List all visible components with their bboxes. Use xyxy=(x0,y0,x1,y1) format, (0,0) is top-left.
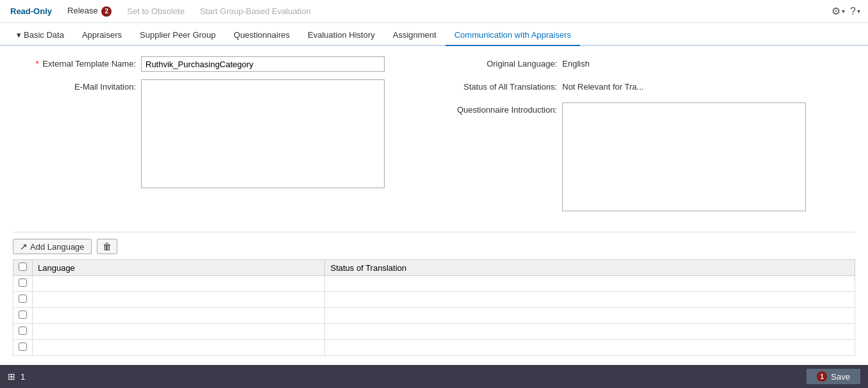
row-checkbox-0[interactable] xyxy=(19,279,27,287)
help-button[interactable]: ? ▾ xyxy=(850,6,860,17)
set-obsolete-button[interactable]: Set to Obsolete xyxy=(124,5,187,17)
status-cell-0 xyxy=(325,276,855,292)
status-cell-3 xyxy=(325,324,855,340)
language-cell-2 xyxy=(33,308,325,324)
tab-assignment-label: Assignment xyxy=(393,30,437,40)
tab-communication[interactable]: Communication with Appraisers xyxy=(446,25,580,46)
table-header-row: Language Status of Translation xyxy=(13,260,855,276)
tab-evaluation-history-label: Evaluation History xyxy=(308,30,375,40)
tab-assignment[interactable]: Assignment xyxy=(384,25,446,46)
external-template-row: * External Template Name: xyxy=(13,56,434,72)
table-row xyxy=(13,340,855,356)
settings-icon: ⚙ xyxy=(831,5,840,17)
main-content: * External Template Name: E-Mail Invitat… xyxy=(0,46,868,365)
status-cell-2 xyxy=(325,308,855,324)
save-button[interactable]: 1 Save xyxy=(806,369,860,384)
bottom-grid-icon: ⊞ xyxy=(8,371,15,382)
add-language-button[interactable]: ↗ Add Language xyxy=(13,239,92,254)
external-template-label: * External Template Name: xyxy=(13,56,141,72)
tab-basic-data[interactable]: ▾ Basic Data xyxy=(8,25,73,46)
toolbar-actions: Read-Only Release 2 Set to Obsolete Star… xyxy=(8,4,831,18)
table-row xyxy=(13,308,855,324)
original-language-row: Original Language: English xyxy=(434,56,855,72)
help-icon: ? xyxy=(850,6,856,17)
tab-basic-data-label: Basic Data xyxy=(24,30,64,40)
release-label: Release xyxy=(67,6,98,15)
required-star: * xyxy=(36,59,39,69)
original-language-label: Original Language: xyxy=(434,56,562,72)
save-label: Save xyxy=(831,372,850,382)
tab-questionnaires[interactable]: Questionnaires xyxy=(225,25,299,46)
table-row xyxy=(13,324,855,340)
release-badge: 2 xyxy=(101,6,112,17)
delete-language-button[interactable]: 🗑 xyxy=(97,239,117,254)
status-cell-1 xyxy=(325,292,855,308)
table-row xyxy=(13,292,855,308)
add-language-label: Add Language xyxy=(30,242,85,252)
form-right-col: Original Language: English Status of All… xyxy=(434,56,855,219)
status-translations-value: Not Relevant for Tra... xyxy=(562,79,644,95)
settings-button[interactable]: ⚙ ▾ xyxy=(831,5,845,17)
collapse-icon: ▾ xyxy=(17,30,21,40)
start-group-button[interactable]: Start Group-Based Evaluation xyxy=(197,5,313,17)
read-only-button[interactable]: Read-Only xyxy=(8,5,54,17)
select-all-header xyxy=(13,260,33,276)
language-cell-0 xyxy=(33,276,325,292)
add-language-icon: ↗ xyxy=(20,241,28,252)
main-toolbar: Read-Only Release 2 Set to Obsolete Star… xyxy=(0,0,868,23)
help-chevron: ▾ xyxy=(857,8,860,15)
questionnaire-intro-row: Questionnaire Introduction: xyxy=(434,102,855,211)
settings-chevron: ▾ xyxy=(842,8,845,15)
table-row xyxy=(13,276,855,292)
save-badge: 1 xyxy=(817,371,827,382)
tab-appraisers-label: Appraisers xyxy=(82,30,122,40)
row-checkbox-4[interactable] xyxy=(19,343,27,351)
delete-icon: 🗑 xyxy=(103,241,112,252)
bottom-left: ⊞ 1 xyxy=(8,371,25,382)
form-columns: * External Template Name: E-Mail Invitat… xyxy=(13,56,855,219)
select-all-checkbox[interactable] xyxy=(19,263,27,271)
tab-supplier-peer-group-label: Supplier Peer Group xyxy=(140,30,216,40)
email-invitation-row: E-Mail Invitation: xyxy=(13,79,434,188)
tab-bar: ▾ Basic Data Appraisers Supplier Peer Gr… xyxy=(0,23,868,46)
tab-evaluation-history[interactable]: Evaluation History xyxy=(299,25,384,46)
language-cell-3 xyxy=(33,324,325,340)
language-cell-1 xyxy=(33,292,325,308)
tab-supplier-peer-group[interactable]: Supplier Peer Group xyxy=(131,25,225,46)
row-checkbox-3[interactable] xyxy=(19,327,27,335)
status-translations-row: Status of All Translations: Not Relevant… xyxy=(434,79,855,95)
status-cell-4 xyxy=(325,340,855,356)
tab-communication-label: Communication with Appraisers xyxy=(455,30,571,40)
toolbar-right: ⚙ ▾ ? ▾ xyxy=(831,5,860,17)
questionnaire-intro-textarea[interactable] xyxy=(562,102,806,211)
form-left-col: * External Template Name: E-Mail Invitat… xyxy=(13,56,434,219)
language-toolbar: ↗ Add Language 🗑 xyxy=(13,239,855,254)
original-language-value: English xyxy=(562,56,590,72)
email-invitation-label: E-Mail Invitation: xyxy=(13,79,141,95)
external-template-input[interactable] xyxy=(141,56,385,72)
questionnaire-intro-label: Questionnaire Introduction: xyxy=(434,102,562,118)
language-header: Language xyxy=(33,260,325,276)
bottom-bar: ⊞ 1 1 Save xyxy=(0,365,868,388)
email-invitation-textarea[interactable] xyxy=(141,79,385,188)
language-section: ↗ Add Language 🗑 Language Status of Tran… xyxy=(13,232,855,356)
status-header: Status of Translation xyxy=(325,260,855,276)
release-button[interactable]: Release 2 xyxy=(65,4,114,18)
tab-questionnaires-label: Questionnaires xyxy=(234,30,290,40)
status-translations-label: Status of All Translations: xyxy=(434,79,562,95)
row-checkbox-1[interactable] xyxy=(19,295,27,303)
language-cell-4 xyxy=(33,340,325,356)
language-table: Language Status of Translation xyxy=(13,259,855,356)
bottom-number: 1 xyxy=(21,372,25,382)
tab-appraisers[interactable]: Appraisers xyxy=(73,25,131,46)
row-checkbox-2[interactable] xyxy=(19,311,27,319)
